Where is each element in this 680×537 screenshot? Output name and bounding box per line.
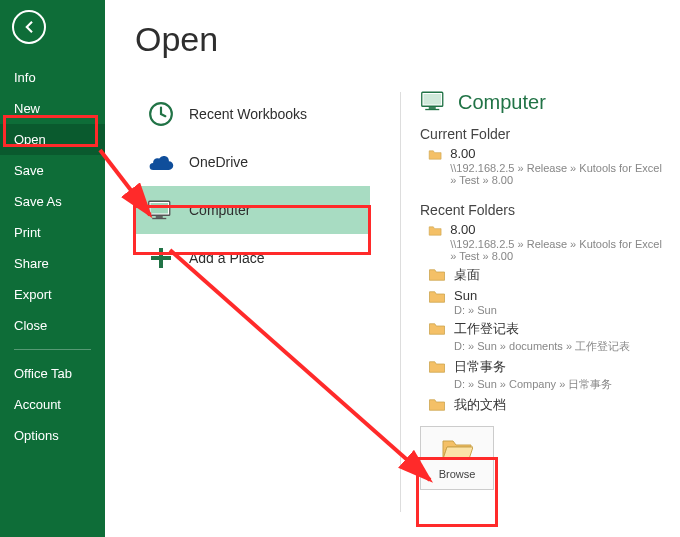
main-content: Open Recent Workbooks OneDrive Computer …	[105, 0, 680, 537]
folder-recent[interactable]: Sun D: » Sun	[428, 288, 670, 316]
folder-name: 8.00	[450, 146, 670, 161]
right-panel-header: Computer	[420, 90, 670, 114]
folder-icon	[428, 322, 446, 336]
place-add-a-place[interactable]: Add a Place	[135, 234, 370, 282]
sidebar-item-account[interactable]: Account	[0, 389, 105, 420]
place-label: Add a Place	[189, 250, 265, 266]
sidebar-item-options[interactable]: Options	[0, 420, 105, 451]
sidebar-item-info[interactable]: Info	[0, 62, 105, 93]
folder-name: 8.00	[450, 222, 670, 237]
cloud-icon	[147, 148, 175, 176]
vertical-divider	[400, 92, 401, 512]
folder-icon	[428, 224, 442, 238]
recent-folders-label: Recent Folders	[420, 202, 670, 218]
places-list: Recent Workbooks OneDrive Computer Add a…	[135, 90, 370, 282]
sidebar-item-close[interactable]: Close	[0, 310, 105, 341]
folder-recent[interactable]: 8.00 \\192.168.2.5 » Release » Kutools f…	[428, 222, 670, 262]
place-label: Computer	[189, 202, 250, 218]
folder-icon	[428, 148, 442, 162]
sidebar-item-export[interactable]: Export	[0, 279, 105, 310]
svg-rect-4	[152, 218, 166, 219]
folder-path: D: » Sun » documents » 工作登记表	[454, 339, 630, 354]
folder-path: \\192.168.2.5 » Release » Kutools for Ex…	[450, 238, 670, 262]
current-folder-label: Current Folder	[420, 126, 670, 142]
page-title: Open	[135, 20, 680, 59]
computer-icon	[420, 90, 448, 114]
back-arrow-icon	[20, 18, 38, 36]
back-button[interactable]	[12, 10, 46, 44]
sidebar-item-save[interactable]: Save	[0, 155, 105, 186]
folder-recent[interactable]: 工作登记表 D: » Sun » documents » 工作登记表	[428, 320, 670, 354]
folder-recent[interactable]: 日常事务 D: » Sun » Company » 日常事务	[428, 358, 670, 392]
sidebar-item-print[interactable]: Print	[0, 217, 105, 248]
sidebar-item-save-as[interactable]: Save As	[0, 186, 105, 217]
browse-button[interactable]: Browse	[420, 426, 494, 490]
folder-recent[interactable]: 桌面	[428, 266, 670, 284]
folder-icon	[428, 268, 446, 282]
place-computer[interactable]: Computer	[135, 186, 370, 234]
folder-name: 工作登记表	[454, 320, 630, 338]
folder-icon	[428, 290, 446, 304]
clock-icon	[147, 100, 175, 128]
browse-label: Browse	[439, 468, 476, 480]
svg-rect-3	[156, 216, 163, 218]
sidebar: Info New Open Save Save As Print Share E…	[0, 0, 105, 537]
right-panel-title: Computer	[458, 91, 546, 114]
place-label: OneDrive	[189, 154, 248, 170]
folder-path: \\192.168.2.5 » Release » Kutools for Ex…	[450, 162, 670, 186]
place-label: Recent Workbooks	[189, 106, 307, 122]
folder-icon	[428, 360, 446, 374]
plus-icon	[147, 244, 175, 272]
folder-name: Sun	[454, 288, 497, 303]
folder-current[interactable]: 8.00 \\192.168.2.5 » Release » Kutools f…	[428, 146, 670, 186]
folder-name: 我的文档	[454, 396, 506, 414]
sidebar-separator	[14, 349, 91, 350]
svg-rect-8	[425, 109, 439, 110]
folder-name: 桌面	[454, 266, 480, 284]
place-onedrive[interactable]: OneDrive	[135, 138, 370, 186]
sidebar-item-new[interactable]: New	[0, 93, 105, 124]
place-recent-workbooks[interactable]: Recent Workbooks	[135, 90, 370, 138]
folder-icon	[428, 398, 446, 412]
sidebar-item-share[interactable]: Share	[0, 248, 105, 279]
computer-icon	[147, 196, 175, 224]
folder-name: 日常事务	[454, 358, 612, 376]
right-panel: Computer Current Folder 8.00 \\192.168.2…	[420, 90, 670, 490]
folder-path: D: » Sun	[454, 304, 497, 316]
sidebar-item-office-tab[interactable]: Office Tab	[0, 358, 105, 389]
sidebar-item-open[interactable]: Open	[0, 124, 105, 155]
folder-recent[interactable]: 我的文档	[428, 396, 670, 414]
folder-path: D: » Sun » Company » 日常事务	[454, 377, 612, 392]
svg-rect-2	[151, 203, 169, 214]
svg-rect-6	[424, 94, 442, 105]
svg-rect-7	[429, 107, 436, 109]
folder-open-icon	[441, 436, 473, 462]
